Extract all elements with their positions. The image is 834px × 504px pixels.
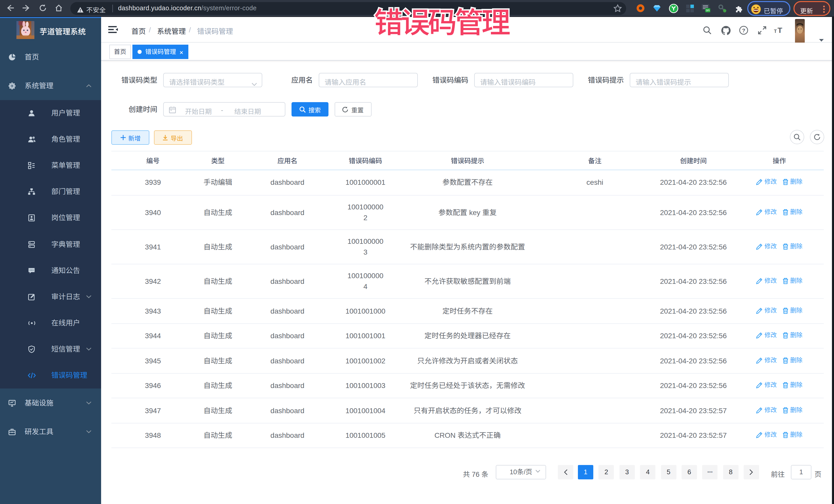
- svg-text:T: T: [777, 26, 782, 35]
- svg-text:on: on: [706, 8, 709, 12]
- svg-text:T: T: [774, 29, 777, 34]
- svg-text:?: ?: [742, 27, 745, 34]
